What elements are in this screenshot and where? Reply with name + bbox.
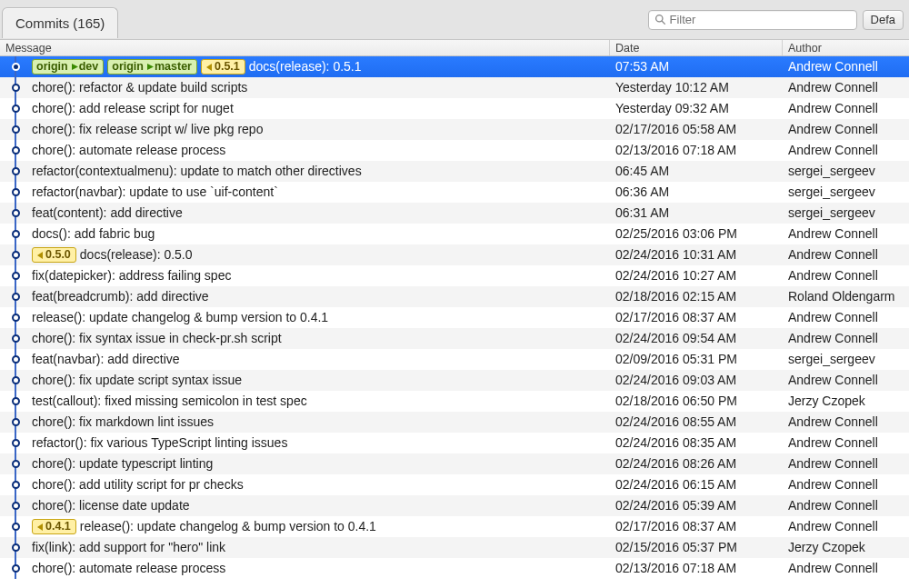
commit-message: release(): update changelog & bump versi… [80, 516, 376, 537]
commit-node-icon [12, 543, 20, 552]
filter-search[interactable] [648, 10, 857, 30]
commit-author: Andrew Connell [783, 119, 909, 140]
commit-graph [0, 474, 32, 495]
commit-date: 02/18/2016 06:50 PM [610, 391, 783, 412]
commit-graph [0, 516, 32, 537]
commit-message: chore(): refactor & update build scripts [32, 77, 247, 98]
col-header-author[interactable]: Author [783, 40, 909, 55]
commit-date: 02/24/2016 09:03 AM [610, 370, 783, 391]
commit-list[interactable]: origin dev origin master 0.5.1 docs(rele… [0, 56, 909, 588]
commit-message: fix(datepicker): address failing spec [32, 265, 231, 286]
commit-row[interactable]: chore(): fix markdown lint issues 02/24/… [0, 412, 909, 433]
commit-date: 06:45 AM [610, 161, 783, 182]
commit-author: Andrew Connell [783, 495, 909, 516]
commit-date: 07:53 AM [610, 56, 783, 77]
commit-node-icon [12, 502, 20, 510]
commit-node-icon [12, 230, 20, 238]
commit-node-icon [12, 439, 20, 447]
tag-badge: 0.5.0 [32, 247, 76, 263]
commit-row[interactable]: chore(): automate release process 02/13/… [0, 558, 909, 579]
commit-author: Andrew Connell [783, 370, 909, 391]
commit-graph [0, 140, 32, 161]
commit-message: chore(): add utility script for pr check… [32, 474, 244, 495]
commit-graph [0, 161, 32, 182]
commit-author: sergei_sergeev [783, 349, 909, 370]
commit-node-icon [12, 251, 20, 259]
commit-date: 06:31 AM [610, 203, 783, 224]
commit-row[interactable]: docs(): add fabric bug 02/25/2016 03:06 … [0, 224, 909, 244]
commit-author: Andrew Connell [783, 453, 909, 474]
commit-message: refactor(): fix various TypeScript linti… [32, 433, 287, 453]
tab-commits[interactable]: Commits (165) [2, 7, 118, 38]
commit-author: Andrew Connell [783, 516, 909, 537]
commit-row[interactable]: chore(): add release script for nuget Ye… [0, 98, 909, 119]
commit-node-icon [12, 167, 20, 175]
commit-node-icon [12, 397, 20, 405]
commit-row[interactable]: chore(): refactor & update build scripts… [0, 77, 909, 98]
commit-author: Andrew Connell [783, 265, 909, 286]
commit-date: Yesterday 10:12 AM [610, 77, 783, 98]
column-headers: Message Date Author [0, 40, 909, 56]
commit-graph [0, 412, 32, 433]
commit-row[interactable]: fix(link): add support for "hero" link 0… [0, 537, 909, 558]
commit-date: 02/09/2016 05:31 PM [610, 349, 783, 370]
commit-row[interactable]: chore(): automate release process 02/13/… [0, 140, 909, 161]
commit-row[interactable]: feat(breadcrumb): add directive 02/18/20… [0, 286, 909, 307]
svg-marker-15 [37, 252, 43, 259]
commit-message: chore(): fix syntax issue in check-pr.sh… [32, 328, 282, 349]
commit-node-icon [12, 355, 20, 364]
col-header-message[interactable]: Message [0, 40, 610, 55]
commit-message: refactor(contextualmenu): update to matc… [32, 161, 362, 182]
play-icon [146, 63, 155, 71]
commit-node-icon [12, 209, 20, 217]
commit-date: 02/24/2016 10:31 AM [610, 244, 783, 265]
commit-message: refactor(navbar): update to use `uif-con… [32, 182, 278, 203]
commit-graph [0, 328, 32, 349]
commit-row[interactable]: fix(datepicker): address failing spec 02… [0, 265, 909, 286]
commit-row[interactable]: release(): update changelog & bump versi… [0, 307, 909, 328]
commit-row[interactable]: origin dev origin master 0.5.1 docs(rele… [0, 56, 909, 77]
commit-node-icon [12, 188, 20, 196]
play-icon [71, 63, 79, 71]
svg-marker-29 [37, 523, 43, 531]
col-header-date[interactable]: Date [610, 40, 783, 55]
commit-row[interactable]: 0.5.0 docs(release): 0.5.0 02/24/2016 10… [0, 244, 909, 265]
commit-row[interactable]: feat(navbar): add directive 02/09/2016 0… [0, 349, 909, 370]
default-button[interactable]: Defa [863, 10, 904, 30]
commit-node-icon [12, 334, 20, 343]
commit-row[interactable]: chore(): fix release script w/ live pkg … [0, 119, 909, 140]
commit-node-icon [12, 460, 20, 468]
commit-graph [0, 433, 32, 453]
tag-badge: 0.5.1 [201, 59, 245, 75]
commit-row[interactable]: feat(content): add directive 06:31 AM se… [0, 203, 909, 224]
commit-message: fix(link): add support for "hero" link [32, 537, 225, 558]
commit-graph [0, 349, 32, 370]
commit-author: Jerzy Czopek [783, 391, 909, 412]
commit-row[interactable]: refactor(navbar): update to use `uif-con… [0, 182, 909, 203]
commit-graph [0, 537, 32, 558]
commit-row[interactable]: 0.4.1 release(): update changelog & bump… [0, 516, 909, 537]
commit-graph [0, 370, 32, 391]
commit-row[interactable]: test(callout): fixed missing semicolon i… [0, 391, 909, 412]
commit-row[interactable]: chore(): license date update 02/24/2016 … [0, 495, 909, 516]
filter-input[interactable] [670, 13, 851, 26]
commit-node-icon [12, 293, 20, 301]
commit-date: 02/24/2016 06:15 AM [610, 474, 783, 495]
commit-author: Andrew Connell [783, 433, 909, 453]
commit-message: docs(): add fabric bug [32, 224, 155, 244]
commit-row[interactable]: chore(): add utility script for pr check… [0, 474, 909, 495]
commit-author: Andrew Connell [783, 224, 909, 244]
commit-row[interactable]: chore(): update typescript linting 02/24… [0, 453, 909, 474]
commit-row[interactable]: chore(): fix syntax issue in check-pr.sh… [0, 328, 909, 349]
toolbar: Commits (165) Defa [0, 0, 909, 40]
commit-graph [0, 119, 32, 140]
tabs-container: Commits (165) [0, 0, 118, 39]
branch-badge: origin master [107, 59, 197, 75]
commit-row[interactable]: refactor(): fix various TypeScript linti… [0, 433, 909, 453]
commit-message: chore(): update typescript linting [32, 453, 213, 474]
commit-row[interactable]: refactor(contextualmenu): update to matc… [0, 161, 909, 182]
commit-author: Jerzy Czopek [783, 537, 909, 558]
commit-row[interactable]: chore(): fix update script syntax issue … [0, 370, 909, 391]
commit-graph [0, 558, 32, 579]
commit-graph [0, 307, 32, 328]
